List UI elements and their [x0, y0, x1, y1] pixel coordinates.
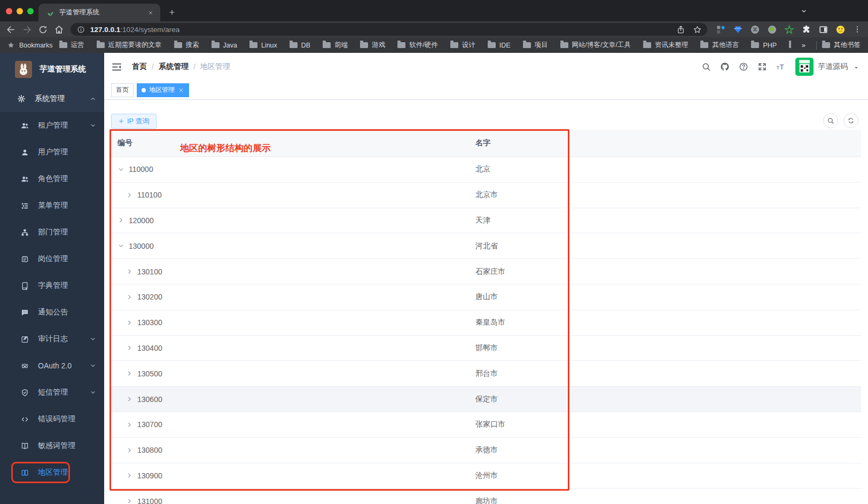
- sidebar-item[interactable]: OAuth 2.0: [0, 352, 104, 379]
- sidebar-item[interactable]: 用户管理: [0, 139, 104, 166]
- table-row[interactable]: 130000 河北省: [110, 233, 861, 259]
- window-close-button[interactable]: [6, 8, 12, 14]
- site-info-icon[interactable]: [77, 26, 85, 34]
- breadcrumb-item[interactable]: 首页: [132, 62, 147, 72]
- bookmark-folder[interactable]: 软件/硬件: [397, 41, 437, 50]
- bookmarks-star-icon[interactable]: [7, 41, 15, 49]
- breadcrumb-item[interactable]: / 系统管理: [147, 62, 189, 72]
- bookmark-folder[interactable]: 近期需要读的文章: [97, 41, 162, 50]
- chevron-right-icon[interactable]: [126, 498, 133, 504]
- extension-circle-icon[interactable]: [767, 25, 777, 35]
- table-row[interactable]: 130400 邯郸市: [110, 336, 861, 361]
- table-row[interactable]: 130100 石家庄市: [110, 259, 861, 285]
- table-row[interactable]: 130800 承德市: [110, 438, 861, 463]
- app-logo[interactable]: 芋道管理系统: [0, 53, 104, 85]
- extension-grid-icon[interactable]: [716, 25, 726, 35]
- table-row[interactable]: 110000 北京: [110, 157, 861, 183]
- fullscreen-icon[interactable]: [757, 62, 767, 72]
- chevron-down-icon[interactable]: [118, 166, 124, 173]
- browser-tab[interactable]: 芋道管理系统: [38, 4, 160, 21]
- bookmark-folder[interactable]: 网站/博客/文章/工具: [560, 41, 631, 50]
- side-panel-icon[interactable]: [818, 25, 828, 35]
- table-row[interactable]: 130700 张家口市: [110, 412, 861, 438]
- reload-icon[interactable]: [38, 25, 48, 35]
- window-zoom-button[interactable]: [27, 8, 34, 14]
- tab-close-icon[interactable]: [146, 9, 155, 17]
- bookmark-folder[interactable]: 其他语言: [700, 41, 739, 50]
- sidebar-item[interactable]: 系统管理: [0, 85, 104, 112]
- sidebar-item[interactable]: 字典管理: [0, 272, 104, 299]
- bookmark-folder[interactable]: 搜索: [174, 41, 199, 50]
- home-icon[interactable]: [54, 25, 64, 35]
- bookmarks-label[interactable]: Bookmarks: [19, 42, 53, 49]
- sidebar-item[interactable]: 短信管理: [0, 379, 104, 406]
- back-icon[interactable]: [6, 25, 16, 35]
- bookmark-folder[interactable]: 前端: [323, 41, 348, 50]
- extension-gem-icon[interactable]: [733, 25, 743, 35]
- sidebar-item[interactable]: 菜单管理: [0, 192, 104, 219]
- sidebar-item[interactable]: 错误码管理: [0, 406, 104, 432]
- table-row[interactable]: 130600 保定市: [110, 387, 861, 412]
- bookmark-folder[interactable]: Linux: [249, 42, 277, 49]
- sidebar-item[interactable]: 地区管理: [0, 459, 104, 486]
- sidebar-item[interactable]: 租户管理: [0, 112, 104, 139]
- bookmark-folder[interactable]: 资讯未整理: [643, 41, 689, 50]
- sidebar-item[interactable]: 角色管理: [0, 166, 104, 192]
- username[interactable]: 芋道源码: [818, 62, 848, 72]
- chevron-right-icon[interactable]: [126, 192, 133, 199]
- bookmark-folder[interactable]: DB: [290, 42, 310, 49]
- tag[interactable]: 地区管理: [137, 83, 189, 97]
- chevron-right-icon[interactable]: [126, 447, 133, 454]
- table-row[interactable]: 130500 邢台市: [110, 361, 861, 387]
- tag-close-icon[interactable]: [178, 87, 184, 93]
- bookmark-folder[interactable]: PHP: [751, 42, 777, 49]
- table-refresh-button[interactable]: [843, 113, 858, 128]
- hamburger-icon[interactable]: [111, 61, 122, 73]
- bookmark-star-icon[interactable]: [693, 25, 702, 34]
- bookmark-folder[interactable]: 项目: [523, 41, 548, 50]
- table-row[interactable]: 130300 秦皇岛市: [110, 310, 861, 336]
- extensions-puzzle-icon[interactable]: [801, 25, 811, 35]
- other-bookmarks-folder[interactable]: 其他书签: [822, 41, 861, 50]
- table-row[interactable]: 120000 天津: [110, 208, 861, 234]
- chevron-right-icon[interactable]: [126, 396, 133, 403]
- sidebar-item[interactable]: 审计日志: [0, 326, 104, 352]
- font-size-icon[interactable]: TT: [776, 62, 786, 72]
- breadcrumb-item[interactable]: / 地区管理: [189, 62, 230, 72]
- new-tab-button[interactable]: [166, 6, 178, 19]
- sidebar-item[interactable]: 部门管理: [0, 219, 104, 246]
- chevron-right-icon[interactable]: [126, 370, 133, 377]
- share-icon[interactable]: [676, 25, 685, 34]
- user-menu-caret-icon[interactable]: [853, 65, 859, 71]
- help-icon[interactable]: [739, 62, 748, 72]
- chevron-right-icon[interactable]: [126, 294, 133, 301]
- bookmark-folder[interactable]: 设计: [450, 41, 475, 50]
- bookmark-folder[interactable]: 游戏: [360, 41, 385, 50]
- address-bar[interactable]: 127.0.0.1:1024/system/area: [71, 23, 707, 36]
- table-search-button[interactable]: [823, 113, 838, 128]
- forward-icon[interactable]: [22, 25, 32, 35]
- bookmarks-overflow-chevron[interactable]: »: [796, 41, 811, 49]
- chevron-right-icon[interactable]: [118, 217, 124, 224]
- chevron-right-icon[interactable]: [126, 319, 133, 326]
- extension-green-star-icon[interactable]: [784, 25, 794, 35]
- table-row[interactable]: 131000 廊坊市: [110, 489, 861, 504]
- sidebar-item[interactable]: 敏感词管理: [0, 432, 104, 459]
- user-qr-avatar[interactable]: [795, 58, 814, 76]
- table-row[interactable]: 110100 北京市: [110, 183, 861, 208]
- sidebar-item[interactable]: 通知公告: [0, 299, 104, 326]
- chevron-right-icon[interactable]: [126, 268, 133, 275]
- extension-command-icon[interactable]: ⌘: [750, 25, 760, 35]
- sidebar-item[interactable]: 岗位管理: [0, 246, 104, 272]
- profile-emoji-avatar[interactable]: [835, 25, 846, 35]
- chevron-right-icon[interactable]: [126, 472, 133, 479]
- table-row[interactable]: 130900 沧州市: [110, 463, 861, 489]
- tag[interactable]: 首页: [111, 83, 134, 97]
- chevron-down-icon[interactable]: [118, 242, 124, 249]
- bookmark-folder[interactable]: 运营: [59, 41, 84, 50]
- browser-menu-icon[interactable]: [853, 25, 862, 34]
- window-minimize-button[interactable]: [17, 8, 23, 14]
- chevron-right-icon[interactable]: [126, 421, 133, 428]
- table-row[interactable]: 130200 唐山市: [110, 285, 861, 310]
- ip-query-button[interactable]: IP 查询: [111, 114, 157, 129]
